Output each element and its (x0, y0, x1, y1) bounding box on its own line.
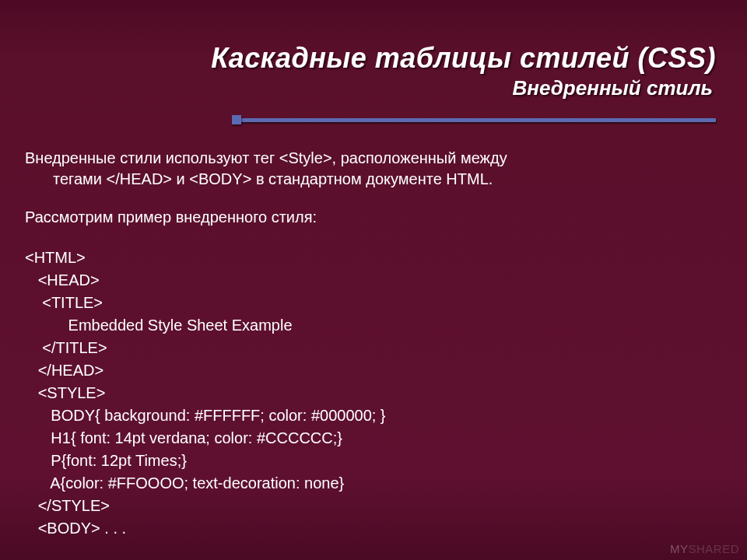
divider-line (241, 118, 716, 122)
intro-line-1: Внедренные стили используют тег <Style>,… (25, 149, 507, 166)
body-block: Внедренные стили используют тег <Style>,… (25, 148, 716, 540)
code-example: <HTML> <HEAD> <TITLE> Embedded Style She… (25, 247, 716, 540)
slide-subtitle: Внедренный стиль (54, 76, 713, 100)
watermark-part2: SHARED (688, 542, 739, 555)
paragraph-example-intro: Рассмотрим пример внедренного стиля: (25, 207, 716, 228)
intro-line-2: тегами </HEAD> и <BODY> в стандартном до… (25, 169, 716, 190)
paragraph-intro: Внедренные стили используют тег <Style>,… (25, 148, 716, 190)
watermark-part1: MY (670, 542, 689, 555)
heading-block: Каскадные таблицы стилей (CSS) Внедренны… (54, 42, 716, 100)
slide: Каскадные таблицы стилей (CSS) Внедренны… (0, 0, 747, 560)
slide-title: Каскадные таблицы стилей (CSS) (54, 42, 716, 75)
watermark: MYSHARED (670, 542, 739, 555)
